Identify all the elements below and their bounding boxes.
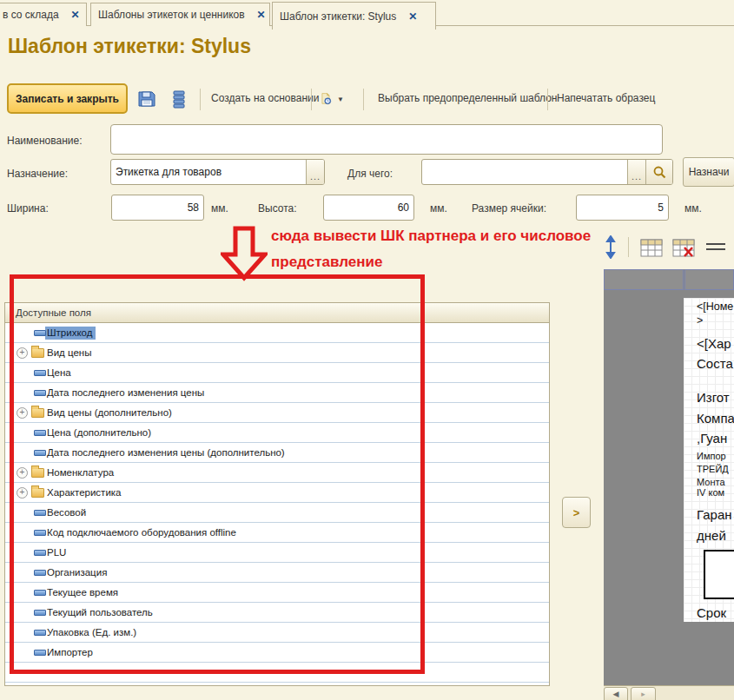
- width-label: Ширина:: [7, 202, 49, 215]
- annotation-line1: сюда вывести ШК партнера и его числовое: [271, 228, 591, 245]
- tab-label-templates-list[interactable]: Шаблоны этикеток и ценников ✕: [90, 3, 270, 26]
- preview-scrollbar[interactable]: ◀ ▸: [604, 685, 734, 700]
- print-sample-button[interactable]: Напечатать образец: [557, 92, 655, 104]
- cell-size-input[interactable]: 5: [576, 195, 669, 221]
- list-item-label: PLU: [47, 547, 66, 558]
- annotation-line2: представление: [271, 254, 382, 271]
- preview-text-line: Компа: [697, 411, 734, 426]
- list-item-label: Цена: [47, 367, 71, 378]
- close-icon[interactable]: ✕: [408, 10, 417, 23]
- resize-vertical-button[interactable]: [599, 235, 622, 262]
- save-and-close-button[interactable]: Записать и закрыть: [7, 83, 128, 114]
- field-icon: [34, 450, 46, 456]
- purpose-label: Назначение:: [7, 168, 68, 180]
- expand-icon[interactable]: +: [17, 467, 28, 479]
- fields-list: + Штрихкод + Вид цены + Цена + Дата посл…: [5, 323, 549, 663]
- close-icon[interactable]: ✕: [71, 9, 80, 21]
- expand-icon[interactable]: +: [17, 407, 28, 419]
- available-fields-panel: Доступные поля + Штрихкод + Вид цены + Ц…: [4, 302, 550, 686]
- list-item[interactable]: + Код подключаемого оборудования offline: [5, 523, 549, 543]
- toolbar-separator: [311, 89, 312, 110]
- list-item[interactable]: + Цена: [5, 363, 549, 383]
- expand-icon[interactable]: +: [17, 347, 28, 359]
- width-input[interactable]: 58: [111, 195, 204, 221]
- expand-icon[interactable]: +: [17, 487, 28, 499]
- barcode-frame[interactable]: [704, 550, 734, 599]
- list-item[interactable]: + Дата последнего изменения цены (дополн…: [5, 443, 549, 463]
- list-item[interactable]: + Номенклатура: [5, 463, 549, 483]
- create-based-on-button[interactable]: Создать на основании▼: [211, 92, 330, 104]
- label-preview-panel: <[Номе><[ХарСостаИзготКомпа,ГуанИмпорТРЕ…: [604, 269, 734, 685]
- list-item[interactable]: + PLU: [5, 543, 549, 563]
- list-button[interactable]: [167, 87, 191, 111]
- table-area-button[interactable]: [639, 238, 664, 261]
- magnifier-icon: [652, 165, 666, 179]
- height-value: 60: [398, 201, 409, 214]
- scroll-left-button[interactable]: ◀: [604, 687, 628, 700]
- list-item[interactable]: + Весовой: [5, 503, 549, 523]
- close-icon[interactable]: ✕: [257, 9, 266, 21]
- tab-warehouse[interactable]: в со склада ✕: [0, 3, 87, 26]
- list-item[interactable]: + Цена (дополнительно): [5, 423, 549, 443]
- table-delete-button[interactable]: [671, 238, 696, 261]
- search-button[interactable]: [645, 160, 672, 184]
- toolbar-separator: [200, 89, 201, 110]
- list-item-label: Номенклатура: [47, 467, 114, 478]
- list-item[interactable]: + Импортер: [5, 643, 549, 663]
- field-icon: [34, 430, 46, 436]
- list-item[interactable]: + Характеристика: [5, 483, 549, 503]
- field-icon: [34, 530, 46, 536]
- list-item[interactable]: + Текущее время: [5, 583, 549, 603]
- toolbar-separator: [547, 89, 548, 110]
- for-what-label: Для чего:: [347, 168, 393, 180]
- height-input[interactable]: 60: [323, 195, 414, 221]
- cell-size-value: 5: [658, 201, 664, 214]
- name-input[interactable]: [110, 124, 663, 155]
- preview-text-line: ТРЕЙД: [697, 464, 729, 474]
- scroll-right-button[interactable]: ▸: [631, 687, 656, 700]
- list-item-label: Дата последнего изменения цены (дополнит…: [47, 447, 285, 458]
- list-item-label: Дата последнего изменения цены: [47, 387, 204, 398]
- for-what-input[interactable]: ...: [421, 159, 673, 185]
- select-predefined-template-button[interactable]: Выбрать предопределенный шаблон: [378, 92, 557, 104]
- preview-text-line: дней: [697, 528, 726, 543]
- document-history-button[interactable]: ▼: [320, 87, 344, 111]
- cell-size-label: Размер ячейки:: [472, 202, 546, 215]
- stacked-list-icon: [169, 89, 189, 109]
- assign-button[interactable]: Назначи: [683, 157, 734, 187]
- list-item[interactable]: + Текущий пользователь: [5, 603, 549, 623]
- tab-label-template-stylus[interactable]: Шаблон этикетки: Stylus ✕: [272, 2, 436, 30]
- list-item[interactable]: + Штрихкод: [5, 323, 549, 343]
- save-button[interactable]: [135, 87, 159, 111]
- list-item-label: Штрихкод: [45, 327, 96, 340]
- list-item-label: Текущее время: [47, 587, 118, 598]
- ellipsis-button[interactable]: ...: [306, 160, 324, 184]
- list-item[interactable]: + Организация: [5, 563, 549, 583]
- tab-label: Шаблон этикетки: Stylus: [280, 10, 396, 23]
- red-arrow-icon: [221, 226, 268, 281]
- label-sheet[interactable]: <[Номе><[ХарСостаИзготКомпа,ГуанИмпорТРЕ…: [684, 298, 734, 622]
- ellipsis-button[interactable]: ...: [627, 160, 645, 184]
- cell-size-unit: мм.: [684, 202, 702, 215]
- preview-text-line: Импор: [697, 451, 726, 461]
- add-field-button[interactable]: >: [562, 497, 591, 528]
- list-item[interactable]: + Вид цены: [5, 343, 549, 363]
- chevron-down-icon: ▼: [337, 96, 344, 103]
- list-item-label: Упаковка (Ед. изм.): [47, 627, 136, 637]
- width-value: 58: [188, 201, 199, 214]
- label-template-window: в со склада ✕ Шаблоны этикеток и ценнико…: [0, 0, 734, 700]
- list-item[interactable]: + Вид цены (дополнительно): [5, 403, 549, 423]
- purpose-input[interactable]: Этикетка для товаров ...: [110, 159, 325, 185]
- width-unit: мм.: [211, 202, 228, 215]
- preview-text-line: Изгот: [697, 390, 730, 405]
- field-icon: [34, 390, 46, 396]
- list-item-label: Характеристика: [47, 487, 122, 498]
- list-item-label: Текущий пользователь: [47, 607, 153, 617]
- preview-header-cell[interactable]: [604, 269, 684, 290]
- list-item[interactable]: + Дата последнего изменения цены: [5, 383, 549, 403]
- list-item-label: Вид цены (дополнительно): [47, 407, 172, 418]
- align-lines-icon[interactable]: [706, 243, 725, 254]
- height-label: Высота:: [258, 202, 297, 215]
- preview-header-cell[interactable]: [684, 269, 734, 290]
- list-item[interactable]: + Упаковка (Ед. изм.): [5, 623, 549, 643]
